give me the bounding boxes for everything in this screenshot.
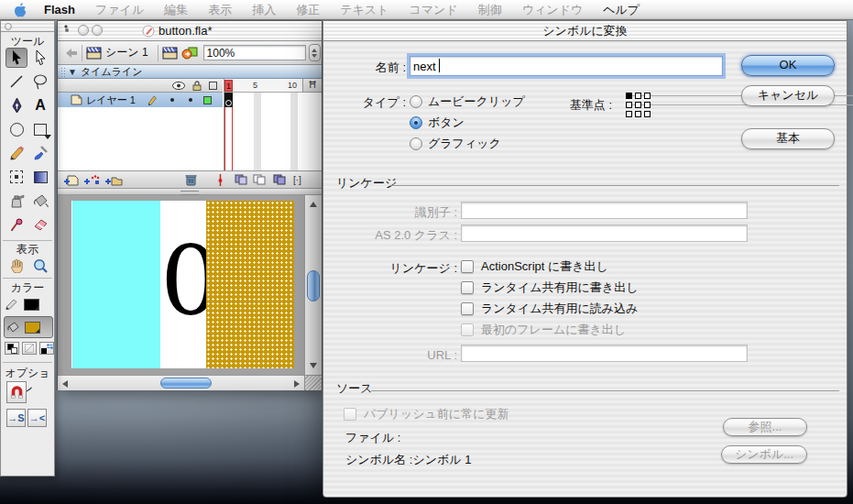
stage-pasteboard[interactable]: 0 xyxy=(58,195,304,375)
menu-flash[interactable]: Flash xyxy=(34,0,85,19)
menu-insert[interactable]: 挿入 xyxy=(242,0,286,19)
tools-titlebar[interactable] xyxy=(1,21,54,32)
edit-symbols-icon[interactable] xyxy=(181,46,198,60)
close-button[interactable] xyxy=(64,25,68,28)
import-runtime-sharing-option[interactable]: ランタイム共有用に読み込み xyxy=(461,301,638,317)
timeline-stage-splitter[interactable] xyxy=(58,189,322,195)
pen-tool-button[interactable] xyxy=(5,95,27,115)
export-actionscript-option[interactable]: ActionScript に書き出し xyxy=(461,258,608,275)
browse-button[interactable]: 参照... xyxy=(723,418,807,436)
add-motion-guide-icon[interactable] xyxy=(83,174,100,186)
no-color-button[interactable] xyxy=(22,342,37,355)
symbol-button[interactable]: シンボル... xyxy=(721,445,807,464)
menu-help[interactable]: ヘルプ xyxy=(593,0,650,19)
timeline-header-bar[interactable]: ▼ タイムライン xyxy=(58,65,322,79)
text-tool-button[interactable]: A xyxy=(29,95,51,115)
export-actionscript-checkbox[interactable] xyxy=(461,260,474,273)
playhead[interactable]: 1 xyxy=(224,80,233,92)
keyframe-cell[interactable] xyxy=(224,93,233,107)
ok-button[interactable]: OK xyxy=(741,55,835,76)
hand-tool-button[interactable] xyxy=(5,256,27,276)
as2-class-input[interactable] xyxy=(461,225,748,242)
horizontal-scroll-thumb[interactable] xyxy=(160,378,212,389)
cancel-button[interactable]: キャンセル xyxy=(741,85,835,106)
center-frame-icon[interactable] xyxy=(217,174,224,186)
frame-view-button[interactable]: Ħ xyxy=(302,79,322,93)
basic-button[interactable]: 基本 xyxy=(741,128,835,149)
selected-gold-rectangle[interactable] xyxy=(206,201,294,368)
stepper-up-icon[interactable] xyxy=(312,49,317,52)
type-movieclip-option[interactable]: ムービークリップ xyxy=(410,93,525,110)
stage[interactable]: 0 xyxy=(71,201,294,368)
cyan-rectangle[interactable] xyxy=(72,201,160,368)
line-tool-button[interactable] xyxy=(5,71,27,92)
snap-to-objects-button[interactable] xyxy=(6,381,27,403)
window-resize-grip[interactable] xyxy=(304,375,322,390)
url-input[interactable] xyxy=(461,345,748,362)
apple-menu-icon[interactable] xyxy=(13,2,27,17)
zoom-button[interactable] xyxy=(92,25,103,36)
palette-close-button[interactable] xyxy=(5,23,12,30)
paint-bucket-tool-button[interactable] xyxy=(29,191,51,211)
stroke-color-row[interactable] xyxy=(5,295,52,313)
menu-modify[interactable]: 修正 xyxy=(286,0,330,19)
panel-grip[interactable] xyxy=(60,67,65,77)
menu-control[interactable]: 制御 xyxy=(468,0,512,19)
stage-digit[interactable]: 0 xyxy=(160,226,206,336)
back-arrow-icon[interactable] xyxy=(65,48,78,59)
minimize-button[interactable] xyxy=(78,25,89,36)
onion-skin-icon[interactable] xyxy=(235,174,247,185)
stroke-color-swatch[interactable] xyxy=(24,299,39,311)
oval-tool-button[interactable] xyxy=(5,119,27,139)
horizontal-scrollbar[interactable] xyxy=(58,375,304,390)
outline-color-icon[interactable] xyxy=(209,82,217,90)
modify-onion-markers-icon[interactable]: [·] xyxy=(293,175,301,185)
pencil-tool-button[interactable] xyxy=(5,143,27,163)
scroll-left-icon[interactable] xyxy=(62,380,68,388)
arrow-tool-button[interactable] xyxy=(5,48,27,68)
zoom-field[interactable]: 100% xyxy=(203,45,306,60)
identifier-input[interactable] xyxy=(461,202,748,219)
ink-bottle-tool-button[interactable] xyxy=(5,191,27,211)
delete-layer-trash-icon[interactable] xyxy=(185,173,197,186)
menu-view[interactable]: 表示 xyxy=(198,0,242,19)
insert-folder-icon[interactable] xyxy=(104,174,123,186)
free-transform-tool-button[interactable] xyxy=(5,167,27,187)
eyedropper-tool-button[interactable] xyxy=(5,214,27,235)
smooth-button[interactable]: →S xyxy=(6,409,26,427)
export-runtime-sharing-checkbox[interactable] xyxy=(461,281,474,294)
layer-lock-dot[interactable] xyxy=(189,98,192,102)
registration-point-selected[interactable] xyxy=(626,93,632,99)
edit-scene-icon[interactable] xyxy=(162,47,178,60)
scroll-down-icon[interactable] xyxy=(310,363,317,368)
lasso-tool-button[interactable] xyxy=(29,71,51,92)
frame-ruler[interactable]: 5 10 xyxy=(224,79,303,93)
export-runtime-sharing-option[interactable]: ランタイム共有用に書き出し xyxy=(461,279,638,296)
fill-color-swatch[interactable] xyxy=(25,322,40,334)
type-button-option[interactable]: ボタン xyxy=(410,115,465,131)
movieclip-radio[interactable] xyxy=(410,95,422,108)
dialog-titlebar[interactable]: シンボルに変換 xyxy=(323,21,847,41)
subselect-tool-button[interactable] xyxy=(29,48,51,68)
rectangle-tool-button[interactable] xyxy=(29,119,51,139)
scroll-up-icon[interactable] xyxy=(310,202,317,207)
menu-commands[interactable]: コマンド xyxy=(399,0,467,19)
zoom-tool-button[interactable] xyxy=(29,256,51,276)
edit-multiple-frames-icon[interactable] xyxy=(273,174,286,185)
name-input[interactable] xyxy=(410,56,723,76)
stepper-down-icon[interactable] xyxy=(312,54,317,58)
layer-row[interactable]: レイヤー 1 xyxy=(58,93,223,107)
layer-visibility-dot[interactable] xyxy=(170,98,174,102)
type-graphic-option[interactable]: グラフィック xyxy=(410,136,501,152)
eye-icon[interactable] xyxy=(172,82,185,90)
eraser-tool-button[interactable] xyxy=(29,214,51,235)
brush-tool-button[interactable] xyxy=(29,143,51,163)
document-titlebar[interactable]: button.fla* xyxy=(58,21,322,41)
graphic-radio[interactable] xyxy=(410,137,422,150)
default-colors-button[interactable] xyxy=(5,342,19,355)
frames-area[interactable]: 5 10 1 xyxy=(224,79,302,170)
layer-name[interactable]: レイヤー 1 xyxy=(86,93,136,107)
straighten-button[interactable]: →< xyxy=(27,409,47,427)
insert-layer-icon[interactable] xyxy=(63,174,79,186)
lock-icon[interactable] xyxy=(192,81,202,91)
